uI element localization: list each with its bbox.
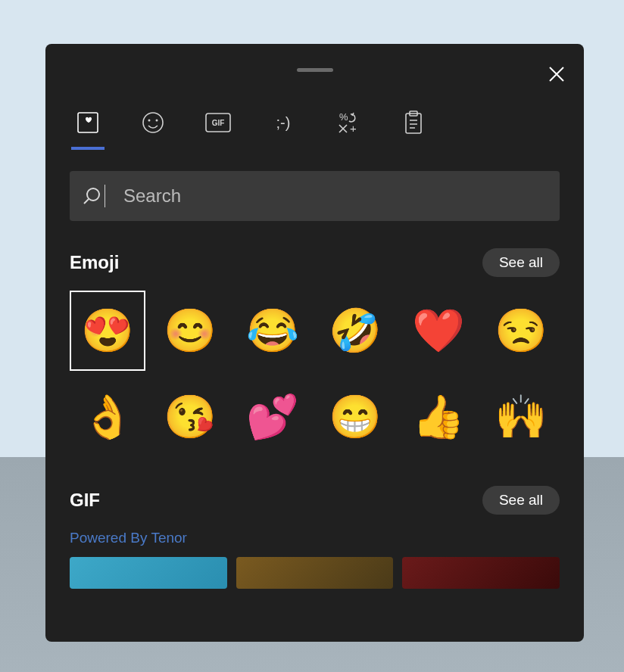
search-input[interactable]: [123, 185, 548, 207]
emoji-smiling-face-with-smiling-eyes[interactable]: 😊: [152, 291, 228, 371]
emoji-grid: 😍 😊 😂 🤣 ❤️ 😒 👌 😘 💕 😁 👍 🙌: [70, 291, 560, 457]
svg-point-10: [87, 188, 99, 201]
gif-thumb-2[interactable]: [236, 557, 394, 589]
close-button[interactable]: [546, 64, 567, 85]
emoji-section-head: Emoji See all: [70, 248, 560, 277]
emoji-thumbs-up[interactable]: 👍: [401, 377, 476, 457]
drag-handle[interactable]: [297, 68, 333, 72]
svg-point-1: [143, 113, 163, 132]
tab-bar: GIF ;-) % +: [45, 95, 584, 150]
emoji-two-hearts[interactable]: 💕: [235, 377, 310, 457]
emoji-face-with-tears-of-joy[interactable]: 😂: [235, 291, 310, 371]
emoji-beaming-face-with-smiling-eyes[interactable]: 😁: [317, 377, 393, 457]
gif-section: GIF See all Powered By Tenor: [45, 472, 584, 595]
powered-by-tenor-link[interactable]: Powered By Tenor: [70, 528, 560, 557]
emoji-panel: GIF ;-) % +: [45, 44, 584, 642]
titlebar: [45, 44, 584, 95]
emoji-smiling-face-with-heart-eyes[interactable]: 😍: [70, 291, 145, 371]
svg-text:%: %: [339, 111, 348, 123]
search-box[interactable]: [70, 171, 560, 221]
emoji-unamused-face[interactable]: 😒: [483, 291, 559, 371]
emoji-section: Emoji See all 😍 😊 😂 🤣 ❤️ 😒 👌 😘 💕 😁 👍 🙌: [45, 235, 584, 472]
gif-thumb-1[interactable]: [70, 557, 227, 589]
emoji-red-heart[interactable]: ❤️: [401, 291, 476, 371]
clipboard-icon: [403, 110, 424, 135]
gif-see-all-button[interactable]: See all: [482, 486, 560, 515]
gif-row: [70, 557, 560, 589]
gif-thumb-3[interactable]: [402, 557, 560, 589]
tab-kaomoji[interactable]: ;-): [265, 104, 301, 141]
gif-section-title: GIF: [70, 490, 100, 511]
emoji-ok-hand[interactable]: 👌: [70, 377, 145, 457]
svg-point-2: [148, 120, 151, 122]
tab-recents[interactable]: [70, 104, 106, 141]
emoji-face-blowing-a-kiss[interactable]: 😘: [152, 377, 228, 457]
emoji-icon: [141, 110, 165, 135]
emoji-see-all-button[interactable]: See all: [482, 248, 560, 277]
emoji-raising-hands[interactable]: 🙌: [483, 377, 559, 457]
tab-gif[interactable]: GIF: [200, 104, 236, 141]
search-icon: [82, 186, 101, 206]
text-caret: [105, 185, 105, 207]
tab-emoji[interactable]: [135, 104, 171, 141]
gif-icon: GIF: [204, 112, 232, 133]
tab-symbols[interactable]: % +: [330, 104, 367, 141]
svg-rect-0: [78, 113, 98, 132]
search-row: [45, 150, 584, 235]
svg-rect-8: [406, 114, 421, 133]
emoji-section-title: Emoji: [70, 252, 119, 273]
recents-icon: [75, 110, 101, 135]
svg-point-3: [156, 120, 158, 122]
symbols-icon: % +: [335, 110, 361, 135]
emoji-rolling-on-the-floor-laughing[interactable]: 🤣: [317, 291, 393, 371]
close-icon: [548, 66, 565, 82]
svg-text:+: +: [350, 122, 357, 135]
svg-text:GIF: GIF: [212, 119, 225, 127]
gif-section-head: GIF See all: [70, 486, 560, 515]
tab-clipboard[interactable]: [395, 104, 432, 141]
kaomoji-icon: ;-): [276, 114, 291, 132]
